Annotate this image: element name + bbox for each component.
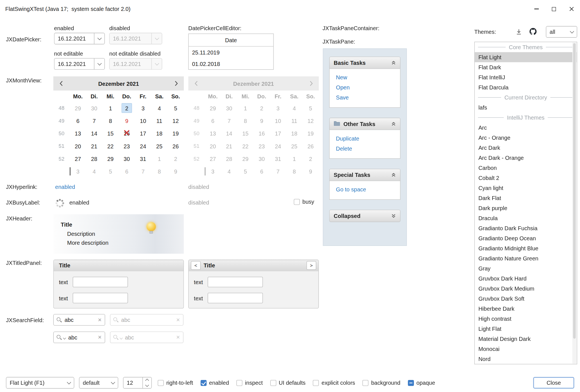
datepicker-dropdown-button[interactable] bbox=[94, 58, 104, 69]
taskpane-header[interactable]: Basic Tasks bbox=[329, 57, 400, 69]
taskpane-link[interactable]: Open bbox=[336, 82, 394, 92]
theme-list-item[interactable]: Dark Flat bbox=[475, 193, 577, 203]
calendar-day[interactable]: 12 bbox=[168, 114, 184, 127]
theme-list-item[interactable]: Gray bbox=[475, 263, 577, 274]
calendar-day[interactable]: 6 bbox=[70, 114, 86, 127]
calendar-day[interactable]: 29 bbox=[102, 152, 119, 165]
checkbox-inspect[interactable]: inspect bbox=[236, 380, 263, 386]
font-size-value[interactable]: 12 bbox=[123, 380, 142, 386]
theme-list-item[interactable]: Flat Darcula bbox=[475, 82, 577, 92]
clear-icon[interactable]: ✕ bbox=[98, 334, 102, 340]
titled-panel-right-button[interactable]: > bbox=[306, 261, 316, 270]
calendar-day[interactable]: 6 bbox=[119, 165, 135, 178]
date-table-header[interactable]: Date bbox=[189, 34, 274, 46]
theme-list-item[interactable]: Arc Dark bbox=[475, 143, 577, 153]
text-input[interactable] bbox=[208, 293, 263, 303]
taskpane-link[interactable]: New bbox=[336, 72, 394, 82]
combo-dropdown-button[interactable] bbox=[64, 377, 74, 388]
checkbox-explicit-colors[interactable]: explicit colors bbox=[313, 380, 355, 386]
checkbox-right-to-left[interactable]: right-to-left bbox=[158, 380, 193, 386]
calendar-prev-button[interactable] bbox=[53, 76, 69, 91]
theme-list-item[interactable]: Gruvbox Dark Hard bbox=[475, 274, 577, 284]
theme-list-item[interactable]: Material Design Dark bbox=[475, 334, 577, 344]
calendar-day[interactable]: 4 bbox=[151, 102, 168, 114]
themes-filter-combo[interactable]: all bbox=[546, 26, 577, 37]
theme-list-item[interactable]: Gradianto Nature Green bbox=[475, 253, 577, 263]
calendar-day[interactable]: 7 bbox=[86, 114, 102, 127]
scrollbar[interactable] bbox=[572, 42, 577, 364]
theme-list-item[interactable]: Flat IntelliJ bbox=[475, 72, 577, 82]
calendar-day[interactable]: 22 bbox=[102, 140, 119, 152]
search-field-1[interactable]: abc ✕ bbox=[53, 314, 105, 326]
github-button[interactable] bbox=[528, 27, 538, 36]
taskpane-link[interactable]: Save bbox=[336, 92, 394, 103]
theme-list-item[interactable]: Flat Light bbox=[475, 52, 577, 62]
calendar-day[interactable]: 5 bbox=[102, 165, 119, 178]
taskpane-link[interactable]: Duplicate bbox=[336, 133, 394, 143]
theme-list-item[interactable]: Gradianto Deep Ocean bbox=[475, 233, 577, 243]
calendar-day[interactable]: 1 bbox=[102, 102, 119, 114]
text-input[interactable] bbox=[73, 293, 128, 303]
calendar-day[interactable]: 10 bbox=[135, 114, 151, 127]
checkbox-enabled[interactable]: enabled bbox=[201, 380, 229, 386]
checkbox-box[interactable] bbox=[294, 199, 300, 205]
checkbox-box[interactable] bbox=[313, 380, 319, 386]
search-value[interactable]: abc bbox=[68, 334, 77, 341]
calendar-day[interactable]: 30 bbox=[119, 152, 135, 165]
theme-list-item[interactable]: Cyan light bbox=[475, 183, 577, 193]
checkbox-ui-defaults[interactable]: UI defaults bbox=[270, 380, 305, 386]
calendar-day[interactable]: 21 bbox=[86, 140, 102, 152]
theme-list-item[interactable]: Gruvbox Dark Medium bbox=[475, 284, 577, 294]
calendar-day[interactable]: 13 bbox=[70, 127, 86, 140]
taskpane-header[interactable]: Collapsed bbox=[329, 210, 400, 222]
date-table-row[interactable]: 01.02.2018 bbox=[189, 58, 274, 70]
calendar-day[interactable]: 19 bbox=[168, 127, 184, 140]
calendar-day[interactable]: 16 bbox=[119, 127, 135, 140]
checkbox-box[interactable] bbox=[236, 380, 242, 386]
search-value[interactable]: abc bbox=[65, 317, 74, 323]
taskpane-header[interactable]: Other Tasks bbox=[329, 118, 400, 130]
checkbox-box[interactable] bbox=[158, 380, 164, 386]
calendar-day[interactable]: 30 bbox=[86, 102, 102, 114]
theme-list-item[interactable]: Nord bbox=[475, 354, 577, 364]
theme-list-item[interactable]: Arc - Orange bbox=[475, 133, 577, 143]
theme-list-item[interactable]: High contrast bbox=[475, 314, 577, 324]
calendar-day[interactable]: 26 bbox=[168, 140, 184, 152]
calendar-day[interactable]: 2 bbox=[168, 152, 184, 165]
calendar-day[interactable]: 28 bbox=[86, 152, 102, 165]
font-size-spinner[interactable]: 12 bbox=[123, 377, 152, 388]
calendar-day[interactable]: 8 bbox=[151, 165, 168, 178]
theme-list-item[interactable]: Monocai bbox=[475, 344, 577, 354]
calendar-day[interactable]: 9 bbox=[168, 165, 184, 178]
combo-dropdown-button[interactable] bbox=[108, 377, 118, 388]
datepicker-dropdown-button[interactable] bbox=[94, 33, 104, 44]
clear-icon[interactable]: ✕ bbox=[98, 317, 102, 323]
calendar-day[interactable]: 7 bbox=[135, 165, 151, 178]
busy-checkbox[interactable]: busy bbox=[294, 199, 314, 205]
datepicker-not-editable[interactable]: 16.12.2021 bbox=[54, 58, 105, 70]
close-button[interactable]: Close bbox=[533, 377, 574, 388]
download-themes-button[interactable] bbox=[514, 27, 524, 37]
text-input[interactable] bbox=[208, 277, 263, 287]
spinner-down-button[interactable] bbox=[143, 383, 152, 388]
theme-list-item[interactable]: Dark purple bbox=[475, 203, 577, 213]
theme-list-item[interactable]: Flat Dark bbox=[475, 62, 577, 72]
checkbox-box[interactable] bbox=[362, 380, 368, 386]
calendar-day[interactable]: 2 bbox=[119, 102, 135, 114]
theme-list-item[interactable]: Arc Dark - Orange bbox=[475, 153, 577, 163]
calendar-day[interactable]: 31 bbox=[135, 152, 151, 165]
taskpane-link[interactable]: Go to space bbox=[336, 184, 394, 194]
checkbox-opaque[interactable]: opaque bbox=[408, 380, 435, 386]
theme-list-item[interactable]: lafs bbox=[475, 103, 577, 113]
text-input[interactable] bbox=[73, 277, 128, 287]
datepicker-enabled[interactable]: 16.12.2021 bbox=[54, 33, 105, 44]
calendar-day[interactable]: 17 bbox=[135, 127, 151, 140]
calendar-day[interactable]: 23 bbox=[119, 140, 135, 152]
calendar-day[interactable]: 18 bbox=[151, 127, 168, 140]
calendar-day[interactable]: 29 bbox=[70, 102, 86, 114]
theme-list-item[interactable]: Dracula bbox=[475, 213, 577, 223]
calendar-day[interactable]: 8 bbox=[102, 114, 119, 127]
calendar-day[interactable]: 11 bbox=[151, 114, 168, 127]
theme-list-item[interactable]: Cobalt 2 bbox=[475, 173, 577, 183]
calendar-day[interactable]: 20 bbox=[70, 140, 86, 152]
